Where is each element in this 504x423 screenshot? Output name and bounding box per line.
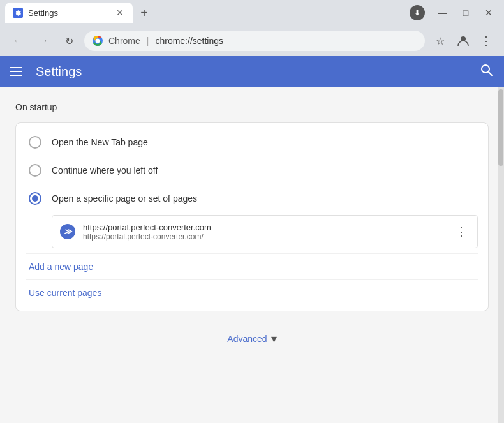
url-path: chrome://settings bbox=[155, 36, 223, 46]
tab-area: Settings ✕ + bbox=[5, 3, 410, 23]
tab-close-button[interactable]: ✕ bbox=[115, 8, 125, 18]
entry-icon-symbol: ≫ bbox=[64, 227, 72, 237]
download-button[interactable]: ⬇ bbox=[410, 5, 425, 20]
entry-icon: ≫ bbox=[60, 224, 75, 239]
startup-url-sub: https://portal.perfect-converter.com/ bbox=[83, 232, 445, 241]
advanced-button[interactable]: Advanced ▾ bbox=[227, 332, 276, 346]
section-title: On startup bbox=[15, 102, 489, 112]
bookmark-button[interactable]: ☆ bbox=[430, 31, 450, 51]
radio-circle-1 bbox=[29, 136, 41, 149]
url-bar[interactable]: Chrome | chrome://settings bbox=[84, 31, 425, 51]
entry-more-button[interactable]: ⋮ bbox=[453, 222, 470, 241]
radio-label-3: Open a specific page or set of pages bbox=[52, 193, 197, 204]
window-controls: ⬇ — □ ✕ bbox=[410, 4, 499, 22]
radio-circle-3 bbox=[29, 192, 41, 205]
settings-page-title: Settings bbox=[36, 64, 82, 79]
startup-url-entry: ≫ https://portal.perfect-converter.com h… bbox=[52, 215, 478, 248]
radio-option-1[interactable]: Open the New Tab page bbox=[16, 128, 488, 156]
header-left: Settings bbox=[10, 64, 82, 79]
advanced-label: Advanced bbox=[227, 334, 267, 344]
main-content: PC On startup Open the New Tab page Cont… bbox=[0, 87, 504, 423]
use-current-pages-button[interactable]: Use current pages bbox=[16, 280, 488, 306]
add-new-page-button[interactable]: Add a new page bbox=[16, 254, 488, 279]
refresh-button[interactable]: ↻ bbox=[59, 31, 79, 51]
add-new-page-label: Add a new page bbox=[29, 262, 93, 272]
title-bar: Settings ✕ + ⬇ — □ ✕ bbox=[0, 0, 504, 26]
radio-option-2[interactable]: Continue where you left off bbox=[16, 156, 488, 184]
use-current-pages-label: Use current pages bbox=[29, 288, 101, 298]
address-bar: ← → ↻ Chrome | chrome://settings ☆ bbox=[0, 26, 504, 56]
entry-text-block: https://portal.perfect-converter.com htt… bbox=[83, 223, 445, 241]
secure-icon bbox=[92, 35, 103, 47]
page-area: Settings PC On startup Open the New Tab … bbox=[0, 56, 504, 423]
radio-label-1: Open the New Tab page bbox=[52, 137, 148, 147]
startup-url-main: https://portal.perfect-converter.com bbox=[83, 223, 445, 232]
content-area: PC On startup Open the New Tab page Cont… bbox=[0, 87, 504, 423]
maximize-button[interactable]: □ bbox=[456, 4, 476, 22]
settings-search-icon[interactable] bbox=[480, 63, 494, 80]
tab-favicon bbox=[13, 8, 23, 18]
back-button[interactable]: ← bbox=[8, 31, 28, 51]
browser-frame: Settings ✕ + ⬇ — □ ✕ ← → ↻ bbox=[0, 0, 504, 423]
settings-header: Settings bbox=[0, 56, 504, 87]
advanced-chevron-icon: ▾ bbox=[271, 332, 277, 346]
menu-button[interactable]: ⋮ bbox=[476, 31, 496, 51]
radio-circle-2 bbox=[29, 164, 41, 177]
minimize-button[interactable]: — bbox=[433, 4, 453, 22]
new-tab-button[interactable]: + bbox=[135, 4, 153, 22]
close-button[interactable]: ✕ bbox=[478, 4, 499, 22]
url-chrome-label: Chrome bbox=[108, 36, 140, 46]
radio-label-2: Continue where you left off bbox=[52, 165, 158, 175]
tab-title-text: Settings bbox=[28, 8, 110, 18]
svg-point-1 bbox=[96, 39, 100, 43]
menu-icon[interactable] bbox=[10, 64, 26, 79]
toolbar-icons: ☆ ⋮ bbox=[430, 31, 496, 51]
radio-option-3[interactable]: Open a specific page or set of pages bbox=[16, 184, 488, 212]
settings-tab[interactable]: Settings ✕ bbox=[5, 3, 133, 23]
svg-line-4 bbox=[489, 71, 493, 75]
startup-options-card: Open the New Tab page Continue where you… bbox=[15, 122, 489, 311]
profile-button[interactable] bbox=[453, 31, 473, 51]
advanced-area: Advanced ▾ bbox=[15, 322, 489, 356]
url-separator: | bbox=[147, 36, 149, 46]
forward-button[interactable]: → bbox=[33, 31, 54, 51]
scrollbar[interactable] bbox=[498, 87, 504, 423]
scrollbar-thumb[interactable] bbox=[498, 89, 503, 166]
